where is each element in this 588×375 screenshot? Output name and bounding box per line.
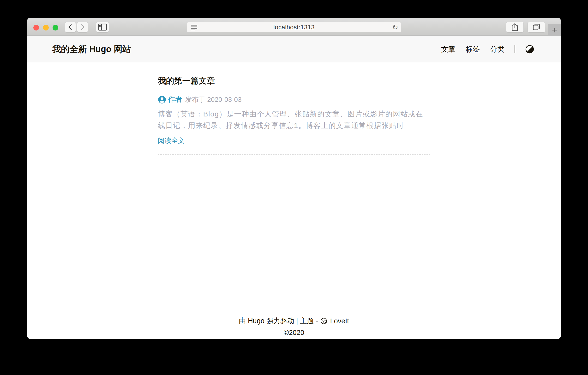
- share-button[interactable]: [506, 22, 524, 32]
- loveit-theme-icon: [320, 317, 328, 325]
- sidebar-toggle-button[interactable]: [96, 22, 109, 32]
- tab-overview-button[interactable]: [527, 22, 545, 32]
- post-publish-date: 发布于 2020-03-03: [185, 95, 242, 104]
- site-header: 我的全新 Hugo 网站 文章 标签 分类: [27, 36, 561, 63]
- footer-theme-link[interactable]: LoveIt: [330, 317, 349, 325]
- share-icon: [511, 23, 518, 31]
- site-title[interactable]: 我的全新 Hugo 网站: [52, 43, 131, 55]
- post-title[interactable]: 我的第一篇文章: [158, 75, 430, 86]
- new-tab-button[interactable]: +: [548, 24, 561, 36]
- post-divider: [158, 154, 430, 155]
- sidebar-icon: [98, 23, 107, 31]
- footer-powered-line: 由 Hugo 强力驱动 | 主题 - LoveIt: [27, 316, 561, 326]
- post-summary-card: 我的第一篇文章 作者 发布于 2020-03-03 博客（英语：Blog）是一种…: [158, 75, 430, 155]
- nav-divider: [514, 45, 515, 53]
- author-avatar-icon: [158, 96, 166, 104]
- theme-toggle-button[interactable]: [525, 45, 534, 54]
- footer-copyright: ©2020: [27, 329, 561, 337]
- reload-icon[interactable]: ↻: [392, 23, 398, 32]
- chevron-left-icon: [67, 23, 74, 31]
- nav-item-categories[interactable]: 分类: [490, 44, 504, 54]
- back-button[interactable]: [65, 22, 76, 32]
- url-text[interactable]: localhost:1313: [187, 22, 401, 32]
- forward-button[interactable]: [77, 22, 88, 32]
- browser-toolbar: localhost:1313 ↻: [27, 18, 561, 36]
- post-meta: 作者 发布于 2020-03-03: [158, 95, 430, 104]
- main-content: 我的第一篇文章 作者 发布于 2020-03-03 博客（英语：Blog）是一种…: [27, 75, 561, 155]
- desktop-background: localhost:1313 ↻: [0, 0, 588, 375]
- zoom-button[interactable]: [52, 25, 58, 31]
- footer-powered-text: 由 Hugo 强力驱动 | 主题 -: [239, 316, 318, 326]
- window-controls: [33, 25, 58, 31]
- site-nav: 文章 标签 分类: [441, 44, 534, 54]
- minimize-button[interactable]: [43, 25, 49, 31]
- post-summary-text: 博客（英语：Blog）是一种由个人管理、张贴新的文章、图片或影片的网站或在线日记…: [158, 108, 430, 131]
- site-footer: 由 Hugo 强力驱动 | 主题 - LoveIt ©2020: [27, 316, 561, 337]
- browser-window: localhost:1313 ↻: [27, 18, 561, 339]
- nav-item-posts[interactable]: 文章: [441, 44, 455, 54]
- plus-icon: +: [552, 25, 557, 35]
- close-button[interactable]: [33, 25, 39, 31]
- nav-item-tags[interactable]: 标签: [466, 44, 480, 54]
- tabs-icon: [533, 24, 540, 31]
- address-bar[interactable]: localhost:1313 ↻: [187, 22, 401, 32]
- theme-contrast-icon: [525, 45, 534, 54]
- chevron-right-icon: [79, 23, 86, 31]
- read-more-link[interactable]: 阅读全文: [158, 136, 185, 145]
- post-author-link[interactable]: 作者: [168, 95, 182, 104]
